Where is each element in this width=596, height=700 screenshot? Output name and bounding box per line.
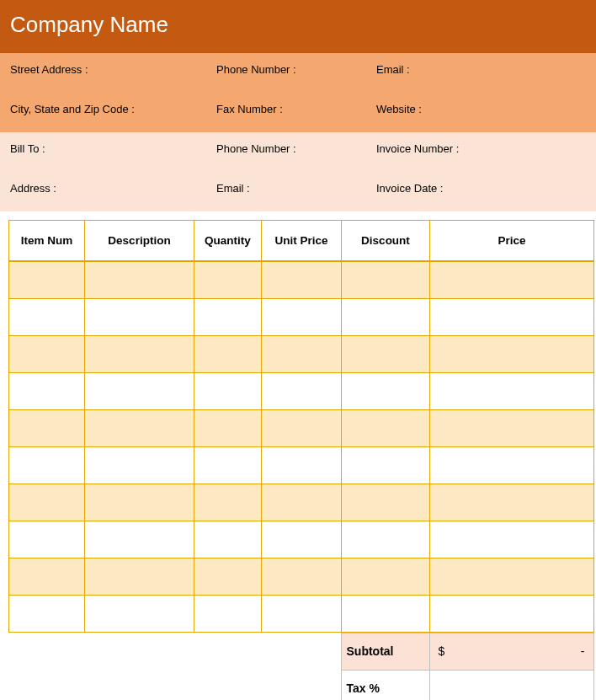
billto-phone-label: Phone Number : — [216, 132, 376, 172]
table-cell[interactable] — [430, 409, 594, 446]
table-cell[interactable] — [342, 558, 430, 595]
table-cell[interactable] — [9, 521, 85, 558]
table-cell[interactable] — [430, 261, 594, 298]
table-cell[interactable] — [342, 372, 430, 409]
table-cell[interactable] — [430, 595, 594, 632]
table-cell[interactable] — [262, 409, 342, 446]
taxpct-value[interactable] — [429, 670, 593, 700]
table-cell[interactable] — [9, 558, 85, 595]
email-label: Email : — [376, 53, 586, 93]
table-cell[interactable] — [194, 558, 262, 595]
table-cell[interactable] — [194, 409, 262, 446]
table-cell[interactable] — [262, 595, 342, 632]
table-cell[interactable] — [85, 521, 194, 558]
table-cell[interactable] — [430, 484, 594, 521]
table-row — [9, 261, 594, 298]
table-cell[interactable] — [85, 484, 194, 521]
subtotal-value[interactable]: $- — [429, 633, 593, 670]
table-cell[interactable] — [342, 335, 430, 372]
invoice-number-label: Invoice Number : — [376, 132, 586, 172]
table-cell[interactable] — [430, 372, 594, 409]
table-cell[interactable] — [430, 558, 594, 595]
invoice-date-label: Invoice Date : — [376, 172, 586, 211]
table-cell[interactable] — [9, 484, 85, 521]
table-cell[interactable] — [430, 521, 594, 558]
table-header-row: Item Num Description Quantity Unit Price… — [9, 221, 594, 262]
table-cell[interactable] — [85, 558, 194, 595]
phone-number-label: Phone Number : — [216, 53, 376, 93]
table-cell[interactable] — [85, 335, 194, 372]
table-cell[interactable] — [194, 261, 262, 298]
billto-label: Bill To : — [10, 132, 216, 172]
table-cell[interactable] — [85, 409, 194, 446]
subtotal-label: Subtotal — [341, 633, 429, 670]
col-description: Description — [85, 221, 194, 262]
table-cell[interactable] — [194, 446, 262, 484]
items-table: Item Num Description Quantity Unit Price… — [8, 220, 594, 633]
city-state-zip-label: City, State and Zip Code : — [10, 93, 216, 132]
col-quantity: Quantity — [194, 221, 262, 262]
billto-info-block: Bill To : Phone Number : Invoice Number … — [0, 132, 596, 211]
table-cell[interactable] — [194, 298, 262, 335]
totals-block: Subtotal $- Tax % Tax Amount $- Total $- — [8, 633, 594, 701]
table-cell[interactable] — [262, 558, 342, 595]
taxpct-label: Tax % — [341, 670, 429, 700]
table-cell[interactable] — [194, 484, 262, 521]
table-cell[interactable] — [9, 335, 85, 372]
table-cell[interactable] — [9, 298, 85, 335]
table-cell[interactable] — [9, 409, 85, 446]
table-cell[interactable] — [262, 298, 342, 335]
street-address-label: Street Address : — [10, 53, 216, 93]
table-row — [9, 335, 594, 372]
table-cell[interactable] — [85, 298, 194, 335]
billto-address-label: Address : — [10, 172, 216, 211]
table-cell[interactable] — [262, 372, 342, 409]
table-row — [9, 409, 594, 446]
website-label: Website : — [376, 93, 586, 132]
table-cell[interactable] — [9, 261, 85, 298]
table-cell[interactable] — [342, 484, 430, 521]
table-row — [9, 446, 594, 484]
table-cell[interactable] — [85, 446, 194, 484]
table-row — [9, 521, 594, 558]
company-info-block: Street Address : Phone Number : Email : … — [0, 53, 596, 132]
table-row — [9, 595, 594, 632]
table-cell[interactable] — [85, 261, 194, 298]
table-cell[interactable] — [262, 261, 342, 298]
table-cell[interactable] — [430, 446, 594, 484]
table-row — [9, 558, 594, 595]
table-cell[interactable] — [194, 521, 262, 558]
company-name-header: Company Name — [0, 0, 596, 53]
table-cell[interactable] — [262, 521, 342, 558]
table-row — [9, 484, 594, 521]
col-discount: Discount — [342, 221, 430, 262]
table-cell[interactable] — [194, 372, 262, 409]
table-cell[interactable] — [342, 261, 430, 298]
table-cell[interactable] — [342, 595, 430, 632]
table-cell[interactable] — [430, 298, 594, 335]
table-cell[interactable] — [194, 335, 262, 372]
table-cell[interactable] — [9, 595, 85, 632]
table-cell[interactable] — [85, 595, 194, 632]
billto-email-label: Email : — [216, 172, 376, 211]
table-cell[interactable] — [85, 372, 194, 409]
col-unit-price: Unit Price — [262, 221, 342, 262]
company-name-text: Company Name — [10, 12, 168, 37]
table-cell[interactable] — [194, 595, 262, 632]
fax-number-label: Fax Number : — [216, 93, 376, 132]
table-cell[interactable] — [342, 298, 430, 335]
table-row — [9, 372, 594, 409]
table-cell[interactable] — [9, 372, 85, 409]
table-cell[interactable] — [262, 484, 342, 521]
table-cell[interactable] — [9, 446, 85, 484]
table-cell[interactable] — [342, 521, 430, 558]
items-area: Item Num Description Quantity Unit Price… — [0, 220, 596, 633]
table-cell[interactable] — [342, 409, 430, 446]
table-cell[interactable] — [430, 335, 594, 372]
table-cell[interactable] — [342, 446, 430, 484]
table-cell[interactable] — [262, 335, 342, 372]
table-cell[interactable] — [262, 446, 342, 484]
totals-spacer — [8, 633, 341, 670]
table-row — [9, 298, 594, 335]
col-item-num: Item Num — [9, 221, 85, 262]
